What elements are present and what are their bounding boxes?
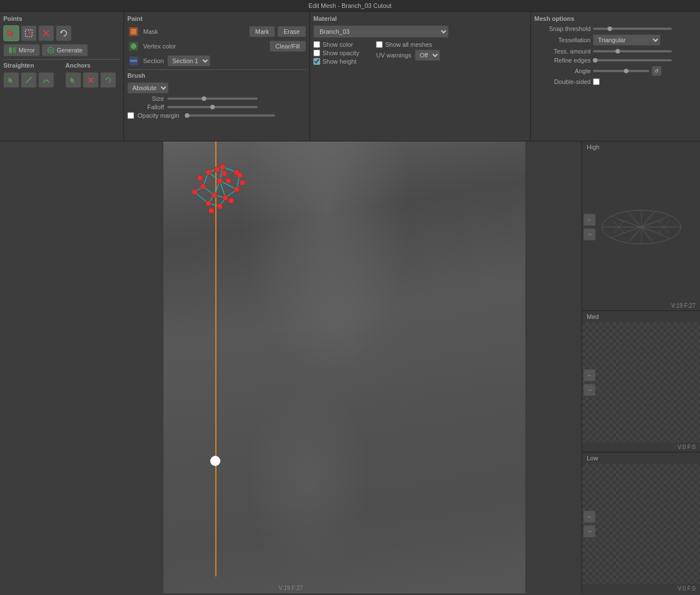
lod-low-preview: ← → <box>582 464 700 584</box>
falloff-slider[interactable] <box>167 106 258 108</box>
svg-marker-9 <box>50 49 52 51</box>
section-label: Section <box>143 57 164 64</box>
anchor-point <box>210 456 220 466</box>
lod-med-title: Med <box>582 311 700 322</box>
vertex-color-label: Vertex color <box>143 43 176 50</box>
angle-label: Angle <box>534 68 591 74</box>
paint-title: Paint <box>127 15 306 22</box>
svg-point-54 <box>197 175 203 181</box>
section-select[interactable]: Section 1 <box>167 55 210 66</box>
lod-high-stats: V:19 F:27 <box>582 301 700 310</box>
svg-point-52 <box>225 178 231 184</box>
refine-edges-slider[interactable] <box>593 59 672 61</box>
show-height-row: Show height <box>313 58 359 65</box>
mask-row: Mask Mark Erase <box>127 25 306 38</box>
vertex-icon <box>127 40 140 52</box>
tess-amount-slider[interactable] <box>593 50 672 52</box>
lod-low-section: Low ← → V:0 F:0 <box>582 452 700 593</box>
size-label: Size <box>127 95 164 102</box>
anchor-delete-btn[interactable] <box>83 72 99 88</box>
opacity-margin-row: Opacity margin <box>127 112 306 119</box>
lod-med-preview: ← → <box>582 322 700 442</box>
svg-marker-2 <box>29 30 32 35</box>
high-mesh-svg <box>596 196 686 258</box>
material-dropdown[interactable]: Branch_03 <box>313 25 449 38</box>
double-sided-row: Double-sided <box>534 78 697 85</box>
svg-point-48 <box>234 187 240 192</box>
svg-rect-7 <box>13 47 16 53</box>
show-height-checkbox[interactable] <box>313 58 320 65</box>
lod-high-preview: ← → <box>582 153 700 301</box>
tessellation-select[interactable]: Triangular <box>593 34 661 46</box>
angle-reset-btn[interactable]: ↺ <box>652 66 662 76</box>
select-tool-btn[interactable] <box>3 25 19 41</box>
mirror-label: Mirror <box>19 47 35 54</box>
straighten-line-btn[interactable] <box>21 72 37 88</box>
snap-threshold-slider[interactable] <box>593 28 672 30</box>
material-panel: Material Branch_03 Show color Show opaci… <box>310 12 531 141</box>
lod-low-stats: V:0 F:0 <box>582 584 700 593</box>
erase-btn[interactable]: Erase <box>277 26 306 37</box>
show-all-meshes-checkbox[interactable] <box>376 41 383 48</box>
tessellation-label: Tessellation <box>534 37 591 43</box>
generate-btn[interactable]: Generate <box>42 44 88 56</box>
straighten-cursor-btn[interactable] <box>3 72 19 88</box>
show-all-meshes-label: Show all meshes <box>385 41 432 48</box>
opacity-margin-checkbox[interactable] <box>127 112 134 119</box>
opacity-margin-slider[interactable] <box>185 114 275 117</box>
show-height-label: Show height <box>322 58 357 65</box>
points-title: Points <box>3 15 120 22</box>
brush-mode-select[interactable]: Absolute <box>127 82 169 94</box>
points-panel: Points <box>0 12 124 141</box>
double-sided-checkbox[interactable] <box>593 78 600 85</box>
points-toolbar <box>3 25 120 41</box>
mask-icon-btn <box>127 25 140 38</box>
show-opacity-label: Show opacity <box>322 50 359 56</box>
lod-high-section: High ← → <box>582 141 700 311</box>
svg-point-47 <box>223 195 228 201</box>
lod-med-right-btn[interactable]: → <box>583 384 596 396</box>
lod-low-right-btn[interactable]: → <box>583 525 596 538</box>
angle-slider[interactable] <box>593 70 649 72</box>
lod-high-left-btn[interactable]: ← <box>583 214 596 226</box>
double-sided-label: Double-sided <box>534 78 591 85</box>
tess-amount-label: Tess. amount <box>534 48 591 55</box>
lod-low-left-btn[interactable]: ← <box>583 510 596 523</box>
mesh-options-panel: Mesh options Snap threshold Tessellation… <box>531 12 700 141</box>
mirror-btn[interactable]: Mirror <box>3 44 40 56</box>
show-color-checkbox[interactable] <box>313 41 320 48</box>
anchor-reset-btn[interactable] <box>100 72 116 88</box>
uv-warnings-select[interactable]: Off <box>415 50 440 61</box>
svg-point-40 <box>206 170 211 175</box>
rect-select-btn[interactable] <box>21 25 37 41</box>
viewport[interactable]: V:19 F:27 <box>0 141 582 593</box>
clear-fill-btn[interactable]: Clear/Fill <box>269 41 306 52</box>
brush-falloff-row: Falloff <box>127 104 306 110</box>
lod-panel: High ← → <box>582 141 700 593</box>
svg-point-41 <box>220 164 225 170</box>
svg-point-57 <box>209 208 214 214</box>
straighten-arc-btn[interactable] <box>38 72 54 88</box>
lod-med-left-btn[interactable]: ← <box>583 369 596 381</box>
svg-rect-6 <box>9 47 12 53</box>
undo-btn[interactable] <box>56 25 72 41</box>
show-opacity-checkbox[interactable] <box>313 50 320 56</box>
vertex-color-row: Vertex color Clear/Fill <box>127 40 306 52</box>
viewport-stats: V:19 F:27 <box>279 585 303 591</box>
show-opacity-row: Show opacity <box>313 50 359 56</box>
opacity-margin-label: Opacity margin <box>138 112 179 119</box>
mark-btn[interactable]: Mark <box>249 26 275 37</box>
brush-size-row: Size <box>127 95 306 102</box>
mesh-particles <box>175 150 265 224</box>
brush-title: Brush <box>127 72 306 79</box>
angle-row: Angle ↺ <box>534 66 697 76</box>
material-select-row: Branch_03 <box>313 25 527 38</box>
lod-high-right-btn[interactable]: → <box>583 228 596 241</box>
svg-point-56 <box>240 180 245 185</box>
svg-point-19 <box>131 43 136 49</box>
section-row: Section Section 1 <box>127 55 306 67</box>
anchor-select-btn[interactable] <box>65 72 81 88</box>
lod-med-section: Med ← → V:0 F:0 <box>582 311 700 452</box>
size-slider[interactable] <box>167 97 258 100</box>
delete-btn[interactable] <box>38 25 54 41</box>
